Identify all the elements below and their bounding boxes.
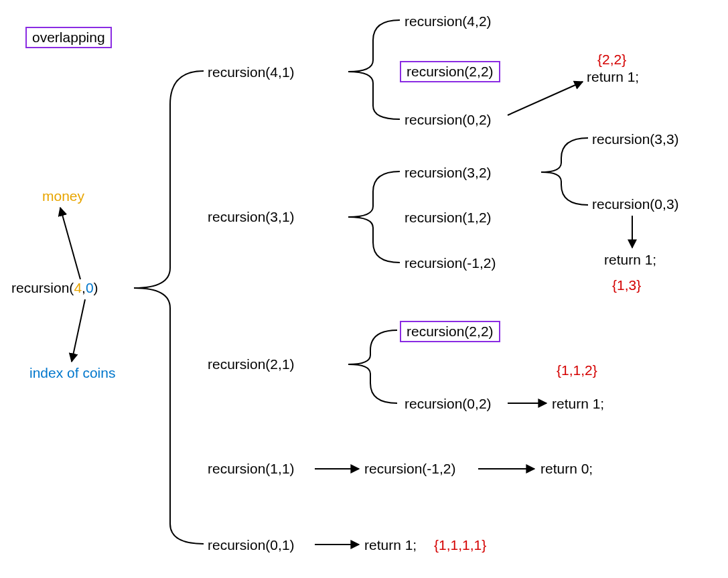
arrow-root-index	[72, 299, 85, 362]
node-rn12b: recursion(-1,2)	[364, 461, 456, 477]
node-r11: recursion(1,1)	[208, 461, 295, 477]
return-0: return 0;	[540, 461, 593, 477]
root-arg2: 0	[86, 280, 94, 295]
node-r22a: recursion(2,2)	[400, 61, 500, 82]
legend-overlapping: overlapping	[25, 27, 112, 48]
root-prefix: recursion(	[11, 280, 74, 295]
return-1-b: return 1;	[604, 252, 656, 268]
node-r33: recursion(3,3)	[592, 131, 679, 147]
brace-r32	[541, 138, 588, 205]
return-1-a: return 1;	[587, 69, 639, 85]
node-r21: recursion(2,1)	[208, 356, 295, 372]
brace-r41	[348, 20, 400, 119]
node-r03: recursion(0,3)	[592, 196, 679, 212]
label-index-of-coins: index of coins	[29, 365, 115, 381]
root-arg1: 4	[74, 280, 82, 295]
root-suffix: )	[94, 280, 98, 295]
node-r01: recursion(0,1)	[208, 537, 295, 553]
node-r32: recursion(3,2)	[405, 165, 492, 181]
node-r42: recursion(4,2)	[405, 13, 492, 29]
brace-r21	[348, 330, 397, 403]
label-money: money	[42, 188, 84, 204]
node-rn12a: recursion(-1,2)	[405, 255, 496, 271]
root-node: recursion(4,0)	[11, 280, 98, 296]
node-r12: recursion(1,2)	[405, 210, 492, 226]
node-r31: recursion(3,1)	[208, 209, 295, 225]
return-1-c: return 1;	[552, 396, 604, 412]
node-r02b: recursion(0,2)	[405, 396, 492, 412]
arrow-r02a-ret	[508, 82, 583, 115]
set-22: {2,2}	[597, 52, 626, 68]
set-13: {1,3}	[612, 277, 641, 293]
set-1111: {1,1,1,1}	[434, 537, 486, 553]
set-112: {1,1,2}	[557, 362, 597, 378]
brace-r31	[348, 171, 400, 263]
node-r02a: recursion(0,2)	[405, 112, 492, 128]
arrow-root-money	[60, 208, 80, 279]
brace-root	[134, 71, 204, 544]
node-r41: recursion(4,1)	[208, 64, 295, 80]
node-r22b: recursion(2,2)	[400, 321, 500, 342]
return-1-d: return 1;	[364, 537, 417, 553]
